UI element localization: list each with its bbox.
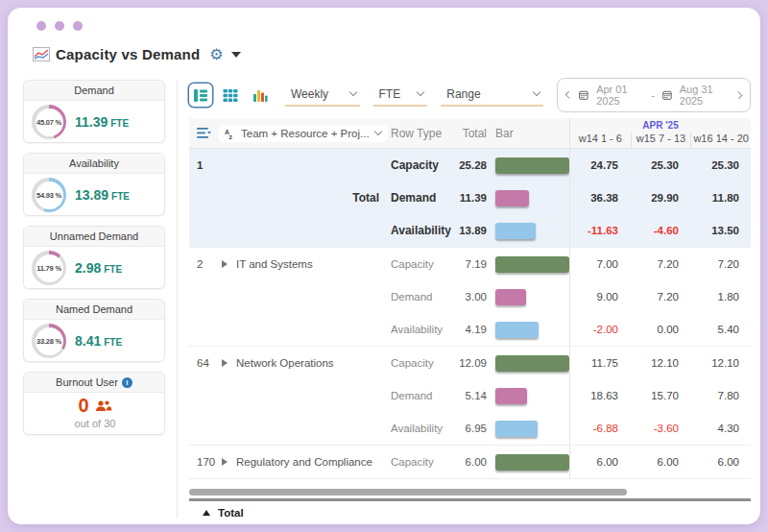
week-value: 7.00 [569,248,630,280]
week-value: -11.63 [569,214,630,247]
row-type-label: Capacity [391,357,446,369]
week-value: -3.60 [630,412,690,445]
row-type-label: Availability [391,324,446,335]
grid-view-button[interactable] [219,84,242,107]
horizontal-scrollbar-track[interactable] [189,489,751,496]
week-value: 0.00 [630,313,690,346]
group-rows: Capacity12.0911.7512.1012.10Demand5.1418… [391,347,751,445]
column-header-bar: Bar [487,118,569,148]
metric-unit: FTE [104,337,122,348]
previous-period-button[interactable] [565,91,573,99]
metric-card-body: 45.07 % 11.39FTE [24,101,164,145]
grouping-dropdown-value: Team + Resource + Proj... [241,128,370,139]
data-row: Demand3.009.007.201.80 [391,280,751,313]
row-total-value: 25.28 [446,159,487,171]
bar-cell [487,322,569,338]
demand-donut-chart: 45.07 % [32,105,66,139]
expand-caret-icon[interactable] [222,359,228,367]
grid-body: 1TotalCapacity25.2824.7525.3025.30Demand… [189,149,751,487]
bar-cell [487,223,569,239]
combo-view-button[interactable] [189,84,212,107]
data-row: Demand5.1418.6315.707.80 [391,379,751,412]
group-row-count: 64 [197,357,209,369]
week-value: 5.40 [690,313,751,346]
view-switcher [189,84,272,107]
week-value: 12.10 [690,347,751,379]
week-value: 12.10 [630,347,690,379]
week-value: 11.75 [569,347,630,379]
metric-card-body: 54.93 % 13.89FTE [24,174,164,218]
unit-dropdown[interactable]: FTE [373,85,428,107]
group-label-cell: 2IT and Systems [189,248,391,346]
grid-view-icon [223,88,238,103]
capacity-bar [495,355,569,372]
week-value: 7.20 [630,280,690,313]
metric-value: 8.41FTE [75,333,122,349]
page-header: Capacity vs Demand ⚙ [8,31,760,74]
granularity-dropdown-value: Weekly [291,87,328,101]
week-value: 24.75 [569,149,630,181]
group-name[interactable]: Regulatory and Compliance [236,456,372,468]
metric-card-title: Demand [24,81,164,101]
calendar-icon [579,89,588,101]
sort-menu-icon[interactable] [197,127,211,139]
metric-unit: FTE [110,118,129,129]
row-type-label: Availability [391,423,446,434]
column-header-week: w14 1 - 6 [570,133,631,148]
group-name[interactable]: Total [352,191,379,205]
calendar-icon [662,89,672,101]
app-window: Capacity vs Demand ⚙ Demand 45.07 % 11.3… [8,8,760,524]
end-date-value[interactable]: Aug 31 2025 [680,84,729,107]
range-dropdown-value: Range [446,87,480,101]
named-demand-donut-chart: 33.28 % [32,324,66,358]
row-type-label: Capacity [391,158,446,172]
data-row: Capacity25.2824.7525.3025.30 [391,149,751,181]
row-total-value: 3.00 [446,291,487,302]
next-period-button[interactable] [735,91,743,99]
unnamed-demand-donut-chart: 11.79 % [32,251,66,285]
week-value: -4.60 [630,214,690,247]
chevron-down-icon[interactable] [231,52,241,62]
range-dropdown[interactable]: Range [441,85,543,107]
granularity-dropdown[interactable]: Weekly [285,85,360,107]
week-value: 25.30 [630,149,690,181]
burnout-body: 0 out of 30 [24,393,164,435]
week-columns-header: APR '25 w14 1 - 6 w15 7 - 13 w16 14 - 20 [569,118,751,148]
info-icon[interactable]: i [122,377,132,388]
column-header-week: w16 14 - 20 [690,133,751,148]
start-date-value[interactable]: Apr 01 2025 [596,84,643,107]
week-value: 18.63 [569,379,630,412]
burnout-title: Burnout User [56,376,118,388]
bar-cell [487,190,569,206]
row-type-label: Capacity [391,456,446,468]
expand-caret-icon[interactable] [222,260,228,268]
group-name[interactable]: IT and Systems [236,258,313,270]
week-value: -6.88 [569,412,630,445]
grouping-dropdown[interactable]: A z Team + Resource + Proj... [218,125,388,142]
row-total-value: 12.09 [446,357,487,369]
week-value: 6.00 [569,446,630,478]
horizontal-scrollbar-thumb[interactable] [189,489,627,496]
row-type-label: Demand [391,390,446,401]
group-row-count: 170 [197,456,215,468]
row-type-label: Demand [391,191,446,205]
metric-card-title: Unnamed Demand [24,227,164,247]
bar-cell [487,421,569,437]
collapse-caret-icon[interactable] [203,510,210,516]
row-total-value: 7.19 [446,258,487,270]
metrics-sidebar: Demand 45.07 % 11.39FTE Availability 54.… [23,80,165,519]
expand-caret-icon[interactable] [222,458,228,466]
row-total-value: 5.14 [446,390,487,401]
bar-chart-view-icon [252,88,268,103]
row-total-value: 13.89 [446,225,487,236]
bar-chart-view-button[interactable] [249,84,272,107]
metric-number: 2.98 [75,260,101,276]
group-name[interactable]: Network Operations [236,357,334,369]
settings-gear-icon[interactable]: ⚙ [209,47,223,62]
metric-card-body: 11.79 % 2.98FTE [24,247,164,291]
week-value: 13.50 [690,214,751,247]
data-row: Capacity12.0911.7512.1012.10 [391,347,751,379]
column-header-week: w15 7 - 13 [631,133,691,148]
metric-card-unnamed-demand: Unnamed Demand 11.79 % 2.98FTE [23,226,165,289]
demand-bar [495,190,529,206]
